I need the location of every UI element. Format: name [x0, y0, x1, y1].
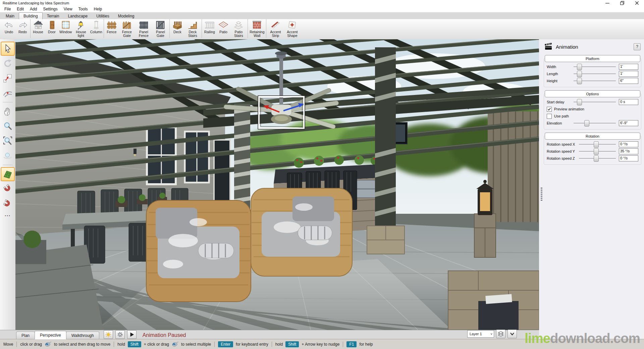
start-delay-slider[interactable]	[573, 99, 616, 105]
height-slider[interactable]	[573, 78, 616, 84]
column-button[interactable]: Column	[89, 19, 103, 34]
zoom-tool[interactable]	[1, 119, 15, 133]
panel-splitter[interactable]	[541, 188, 542, 201]
deck-stairs-icon	[187, 20, 198, 30]
panel-fence-button[interactable]: Panel Fence	[135, 19, 152, 38]
window-button[interactable]: Window	[59, 19, 72, 34]
rotation-x-slider[interactable]	[578, 141, 616, 148]
more-tools-button[interactable]: ...	[5, 212, 11, 217]
rotation-x-slider-thumb[interactable]	[594, 141, 599, 148]
rotation-y-slider-thumb[interactable]	[594, 148, 599, 155]
menu-help[interactable]: Help	[91, 7, 105, 11]
rotation-z-value-input[interactable]: 0 °/s	[619, 155, 638, 161]
window-icon	[61, 20, 71, 30]
layer-select[interactable]: Layer 1 ˅	[467, 330, 494, 338]
accent-strip-button[interactable]: Accent Strip	[267, 19, 284, 38]
rotation-y-row: Rotation speed Y 35 °/s	[547, 148, 638, 155]
panel-gate-button[interactable]: Panel Gate	[152, 19, 169, 38]
length-slider[interactable]	[573, 70, 616, 77]
deck-stairs-button[interactable]: Deck Stairs	[184, 19, 201, 38]
menu-file[interactable]: File	[1, 7, 14, 11]
rotation-x-value-input[interactable]: 0 °/s	[619, 141, 638, 147]
rotation-z-row: Rotation speed Z 0 °/s	[547, 155, 638, 162]
tab-building[interactable]: Building	[19, 12, 43, 19]
tab-modeling[interactable]: Modeling	[114, 13, 139, 19]
rotate-view-tool[interactable]	[1, 149, 15, 163]
rotation-group-header[interactable]: Rotation	[545, 133, 640, 140]
rotation-y-slider[interactable]	[578, 148, 616, 155]
start-delay-value-input[interactable]: 0 s	[619, 99, 638, 105]
zoom-region-tool[interactable]	[1, 134, 15, 148]
help-button[interactable]: ?	[634, 43, 641, 50]
viewport-3d[interactable]	[15, 39, 539, 330]
magnifier-region-icon	[3, 136, 13, 146]
view-settings-button[interactable]	[115, 330, 125, 339]
railing-button[interactable]: Railing	[203, 19, 216, 34]
snap-object-tool[interactable]	[1, 197, 15, 211]
panel-collapse-button[interactable]	[507, 330, 517, 338]
tab-terrain[interactable]: Terrain	[43, 13, 64, 19]
fence-gate-button[interactable]: Fence Gate	[118, 19, 135, 38]
platform-group-header[interactable]: Platform	[545, 55, 640, 62]
house-light-button[interactable]: House light	[72, 19, 89, 38]
lighting-button[interactable]	[104, 330, 113, 339]
menu-settings[interactable]: Settings	[40, 7, 60, 11]
length-slider-thumb[interactable]	[577, 71, 582, 77]
play-animation-button[interactable]	[127, 330, 137, 339]
fence-button[interactable]: Fence	[105, 19, 118, 34]
length-value-input[interactable]: 1'	[619, 71, 638, 77]
menu-view[interactable]: View	[61, 7, 75, 11]
animation-panel: Animation ? Platform Width 1' Length 1' …	[539, 39, 644, 339]
tab-perspective[interactable]: Perspective	[35, 331, 66, 339]
height-value-input[interactable]: 6"	[619, 78, 638, 84]
rotation-z-slider[interactable]	[578, 155, 616, 162]
tab-plan[interactable]: Plan	[16, 332, 35, 339]
preview-animation-checkbox[interactable]	[547, 107, 552, 112]
rotate-tool[interactable]	[1, 56, 15, 70]
layers-button[interactable]	[496, 330, 505, 338]
undo-button[interactable]: Undo	[2, 19, 16, 34]
gear-icon	[117, 332, 123, 338]
undo-icon	[4, 20, 14, 30]
menu-tools[interactable]: Tools	[75, 7, 91, 11]
width-slider-thumb[interactable]	[577, 64, 582, 70]
house-button[interactable]: House	[31, 19, 45, 34]
tab-main[interactable]: Main	[1, 13, 19, 19]
close-button[interactable]	[635, 1, 639, 5]
width-value-input[interactable]: 1'	[619, 64, 638, 70]
move-object-tool[interactable]	[1, 71, 15, 85]
tab-landscape[interactable]: Landscape	[63, 13, 92, 19]
deck-button[interactable]: Deck	[170, 19, 184, 34]
minimize-button[interactable]	[605, 1, 610, 5]
edit-curve-tool[interactable]	[1, 86, 15, 100]
menu-add[interactable]: Add	[27, 7, 40, 11]
elevation-slider-thumb[interactable]	[584, 120, 589, 127]
door-button[interactable]: Door	[45, 19, 59, 34]
panel-gate-icon	[155, 20, 165, 30]
options-group-header[interactable]: Options	[545, 90, 640, 97]
terrain-grid-tool[interactable]	[1, 167, 15, 181]
terrain-grid-icon	[3, 169, 13, 179]
redo-button[interactable]: Redo	[16, 19, 30, 34]
snap-grid-tool[interactable]	[1, 182, 15, 196]
tab-utilities[interactable]: Utilities	[92, 13, 114, 19]
select-tool[interactable]	[1, 42, 15, 56]
width-row: Width 1'	[547, 63, 638, 70]
start-delay-slider-thumb[interactable]	[577, 99, 582, 105]
patio-stairs-button[interactable]: Patio Stairs	[230, 19, 247, 38]
menu-edit[interactable]: Edit	[14, 7, 27, 11]
preview-animation-row: Preview animation	[547, 106, 638, 112]
use-path-checkbox[interactable]	[547, 114, 552, 119]
width-slider[interactable]	[573, 63, 616, 70]
retaining-wall-button[interactable]: Retaining Wall	[249, 19, 265, 38]
elevation-slider[interactable]	[573, 120, 616, 127]
elevation-value-input[interactable]: 6'-9"	[619, 120, 638, 126]
restore-button[interactable]	[620, 1, 625, 5]
height-slider-thumb[interactable]	[577, 78, 582, 84]
rotation-z-slider-thumb[interactable]	[594, 155, 599, 162]
pan-tool[interactable]	[1, 104, 15, 118]
accent-shape-button[interactable]: Accent Shape	[284, 19, 301, 38]
tab-walkthrough[interactable]: Walkthrough	[66, 332, 99, 339]
rotation-y-value-input[interactable]: 35 °/s	[619, 148, 638, 154]
patio-button[interactable]: Patio	[216, 19, 230, 34]
